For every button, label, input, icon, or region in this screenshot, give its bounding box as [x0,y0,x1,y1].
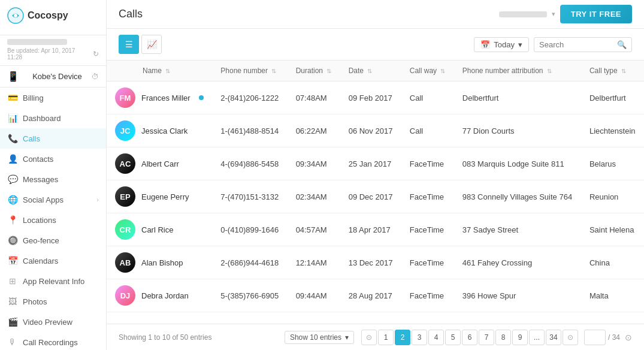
geo-fence-icon: 🔘 [7,236,18,245]
name-cell: JC Jessica Clark [107,114,212,147]
sidebar-item-label: Photos [23,297,47,306]
page-34-button[interactable]: 34 [546,330,561,345]
entries-label: Show 10 entries [290,333,341,342]
contact-name: Albert Carr [141,159,179,168]
name-cell: DJ Debra Jordan [107,279,212,312]
page-next-button[interactable]: ⊙ [563,330,578,345]
device-name-row: 📱 Kobe's Device ⏱ [0,66,106,88]
page-2-button[interactable]: 2 [395,330,410,345]
page-title: Calls [119,8,143,20]
calltype-cell: Belarus [581,147,644,180]
try-free-button[interactable]: TRY IT FREE [560,5,632,23]
chart-view-button[interactable]: 📈 [141,35,162,54]
toolbar-right: 📅 Today ▾ 🔍 [474,37,632,52]
dashboard-icon: 📊 [7,113,18,123]
phone-cell: 0-(410)899-1646 [212,213,287,246]
name-cell: AC Albert Carr [107,147,212,180]
device-updated: Be updated: Apr 10, 2017 11:28 ↻ [7,47,99,61]
sidebar-item-video-preview[interactable]: 🎬 Video Preview [0,312,106,332]
calendars-icon: 📅 [7,256,18,265]
sidebar-item-calendars[interactable]: 📅 Calendars [0,251,106,271]
table-row: EP Eugene Perry 7-(470)151-3132 02:34AM … [107,180,644,213]
sidebar-item-label: Calls [23,134,40,143]
sidebar-item-calls[interactable]: 📞 Calls [0,128,106,149]
nav-list: 💳 Billing 📊 Dashboard 📞 Calls 👤 Contacts… [0,88,106,350]
callway-cell: FaceTime [401,147,454,180]
page-5-button[interactable]: 5 [445,330,461,345]
page-3-button[interactable]: 3 [412,330,427,345]
col-header-duration[interactable]: Duration ⇅ [288,61,340,82]
page-4-button[interactable]: 4 [428,330,444,345]
search-input[interactable] [539,40,617,49]
name-cell: EP Eugene Perry [107,180,212,213]
device-settings-icon[interactable]: ⏱ [92,73,99,81]
page-8-button[interactable]: 8 [495,330,511,345]
col-header-phone-number-attribution[interactable]: Phone number attribution ⇅ [454,61,581,82]
page-prev-button[interactable]: ⊙ [361,330,377,345]
phone-cell: 5-(385)766-6905 [212,279,287,312]
sidebar-item-billing[interactable]: 💳 Billing [0,88,106,108]
sidebar-item-locations[interactable]: 📍 Locations [0,210,106,230]
page-1-button[interactable]: 1 [378,330,394,345]
date-picker[interactable]: 📅 Today ▾ [474,37,529,52]
sidebar-item-label: Messages [23,175,58,184]
list-view-button[interactable]: ☰ [119,35,139,54]
page-...-button[interactable]: ... [529,330,545,345]
sidebar-item-label: Video Preview [23,318,72,327]
page-7-button[interactable]: 7 [479,330,494,345]
date-cell: 06 Nov 2017 [340,114,401,147]
col-header-name[interactable]: Name ⇅ [107,61,212,82]
date-cell: 09 Dec 2017 [340,180,401,213]
callway-cell: FaceTime [401,213,454,246]
refresh-icon[interactable]: ↻ [93,50,99,58]
col-header-call-way[interactable]: Call way ⇅ [401,61,454,82]
attribution-cell: 77 Dion Courts [454,114,581,147]
sidebar-item-dashboard[interactable]: 📊 Dashboard [0,108,106,128]
sidebar-item-geo-fence[interactable]: 🔘 Geo-fence [0,230,106,251]
col-header-date[interactable]: Date ⇅ [340,61,401,82]
page-next-icon[interactable]: ⊙ [625,333,632,342]
sort-icon: ⇅ [326,68,331,74]
topbar-chevron-icon[interactable]: ▾ [552,10,555,18]
sidebar-item-photos[interactable]: 🖼 Photos [0,291,106,312]
sidebar-item-contacts[interactable]: 👤 Contacts [0,149,106,169]
attribution-cell: 983 Connelly Villages Suite 764 [454,180,581,213]
sidebar-item-call-recordings[interactable]: 🎙 Call Recordings [0,332,106,350]
footer: Showing 1 to 10 of 50 entries Show 10 en… [107,324,644,350]
total-pages: / 34 [608,333,620,342]
page-input[interactable] [584,330,606,345]
page-9-button[interactable]: 9 [512,330,528,345]
sidebar-item-messages[interactable]: 💬 Messages [0,169,106,189]
duration-cell: 09:44AM [288,279,340,312]
sidebar-item-label: App Relevant Info [23,277,84,286]
name-cell: AB Alan Bishop [107,246,212,279]
sidebar-item-label: Dashboard [23,114,61,123]
calltype-cell: Malta [581,279,644,312]
sidebar-item-social-apps[interactable]: 🌐 Social Apps › [0,189,106,210]
calltype-cell: Delbertfurt [581,82,644,114]
device-icon: 📱 [7,71,19,82]
chevron-icon: › [96,196,99,203]
calendar-icon: 📅 [480,40,490,49]
calls-icon: 📞 [7,134,18,143]
entries-selector[interactable]: Show 10 entries ▾ [285,331,354,344]
topbar: Calls ▾ TRY IT FREE [107,0,644,29]
table-row: CR Carl Rice 0-(410)899-1646 04:57AM 18 … [107,213,644,246]
page-6-button[interactable]: 6 [462,330,477,345]
avatar: AB [115,252,135,273]
sidebar-item-label: Social Apps [23,195,64,204]
app-relevant-icon: ⊞ [7,276,18,286]
contact-name: Debra Jordan [141,291,189,300]
topbar-right: ▾ TRY IT FREE [499,5,632,23]
col-header-call-type[interactable]: Call type ⇅ [581,61,644,82]
date-cell: 13 Dec 2017 [340,246,401,279]
social-apps-icon: 🌐 [7,195,18,204]
phone-cell: 7-(470)151-3132 [212,180,287,213]
col-header-phone-number[interactable]: Phone number ⇅ [212,61,287,82]
duration-cell: 04:57AM [288,213,340,246]
new-badge [199,95,204,100]
calls-table: Name ⇅Phone number ⇅Duration ⇅Date ⇅Call… [107,61,644,312]
sidebar-item-app-relevant[interactable]: ⊞ App Relevant Info [0,271,106,291]
sidebar-item-label: Geo-fence [23,236,59,245]
sidebar: Cocospy Be updated: Apr 10, 2017 11:28 ↻… [0,0,107,350]
